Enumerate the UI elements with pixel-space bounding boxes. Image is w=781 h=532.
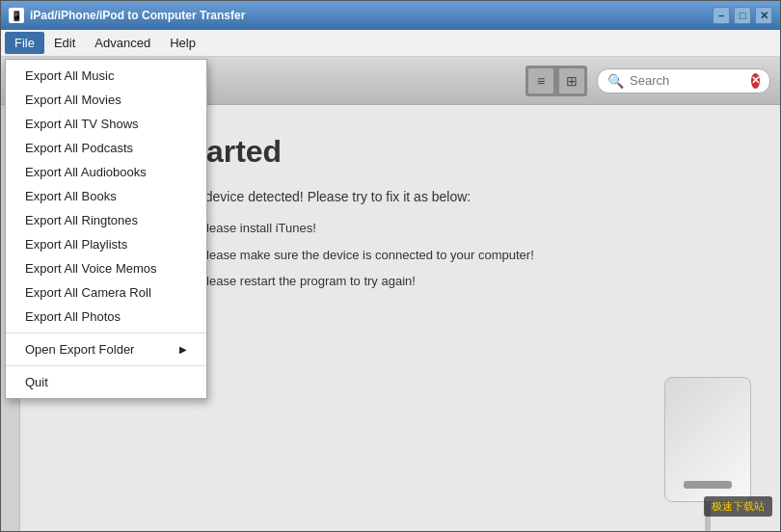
menu-export-tv-shows[interactable]: Export All TV Shows — [6, 112, 206, 136]
separator-1 — [6, 332, 206, 333]
menu-export-ringtones[interactable]: Export All Ringtones — [6, 208, 206, 232]
iphone-connector-graphic — [664, 377, 751, 502]
search-clear-button[interactable]: ✕ — [751, 73, 760, 89]
app-icon: 📱 — [9, 8, 24, 23]
instruction-2: 2. Please make sure the device is connec… — [184, 246, 741, 265]
menu-file[interactable]: File — [5, 32, 44, 54]
grid-view-button[interactable]: ⊞ — [558, 67, 585, 94]
app-window: 📱 iPad/iPhone/iPod to Computer Transfer … — [0, 0, 781, 532]
submenu-arrow-icon: ▶ — [179, 344, 187, 355]
watermark: 极速下载站 — [704, 496, 772, 517]
view-toggle: ≡ ⊞ — [525, 66, 587, 96]
menu-export-voice-memos[interactable]: Export All Voice Memos — [6, 256, 206, 280]
search-box: 🔍 ✕ — [597, 68, 770, 93]
menu-edit[interactable]: Edit — [44, 32, 85, 54]
menu-export-camera-roll[interactable]: Export All Camera Roll — [6, 280, 206, 305]
list-view-icon: ≡ — [537, 73, 545, 89]
menu-export-photos[interactable]: Export All Photos — [6, 305, 206, 329]
file-menu-wrapper: File Export All Music Export All Movies … — [5, 32, 44, 54]
menu-quit[interactable]: Quit — [6, 370, 206, 394]
window-controls: – □ ✕ — [713, 7, 772, 24]
menu-export-books[interactable]: Export All Books — [6, 184, 206, 208]
window-title: iPad/iPhone/iPod to Computer Transfer — [30, 9, 713, 22]
instruction-1: 1. Please install iTunes! — [184, 219, 741, 238]
search-input[interactable] — [630, 73, 745, 88]
iphone-port-top — [684, 481, 732, 489]
minimize-button[interactable]: – — [713, 7, 730, 24]
menu-bar: File Export All Music Export All Movies … — [1, 30, 780, 57]
menu-export-playlists[interactable]: Export All Playlists — [6, 232, 206, 256]
grid-view-icon: ⊞ — [566, 73, 578, 89]
menu-export-music[interactable]: Export All Music — [6, 64, 206, 88]
menu-export-movies[interactable]: Export All Movies — [6, 88, 206, 112]
close-button[interactable]: ✕ — [755, 7, 772, 24]
instruction-3: 3. Please restart the program to try aga… — [184, 272, 741, 291]
content-text: No device detected! Please try to fix it… — [184, 189, 741, 299]
separator-2 — [6, 365, 206, 366]
menu-export-audiobooks[interactable]: Export All Audiobooks — [6, 160, 206, 184]
menu-advanced[interactable]: Advanced — [85, 32, 160, 54]
menu-open-export-folder[interactable]: Open Export Folder ▶ — [6, 337, 206, 361]
file-dropdown-menu: Export All Music Export All Movies Expor… — [5, 59, 207, 399]
no-device-message: No device detected! Please try to fix it… — [184, 189, 741, 204]
list-view-button[interactable]: ≡ — [527, 67, 554, 94]
menu-export-podcasts[interactable]: Export All Podcasts — [6, 136, 206, 160]
maximize-button[interactable]: □ — [734, 7, 751, 24]
search-icon: 🔍 — [607, 73, 624, 89]
menu-help[interactable]: Help — [160, 32, 205, 54]
title-bar: 📱 iPad/iPhone/iPod to Computer Transfer … — [1, 1, 780, 30]
